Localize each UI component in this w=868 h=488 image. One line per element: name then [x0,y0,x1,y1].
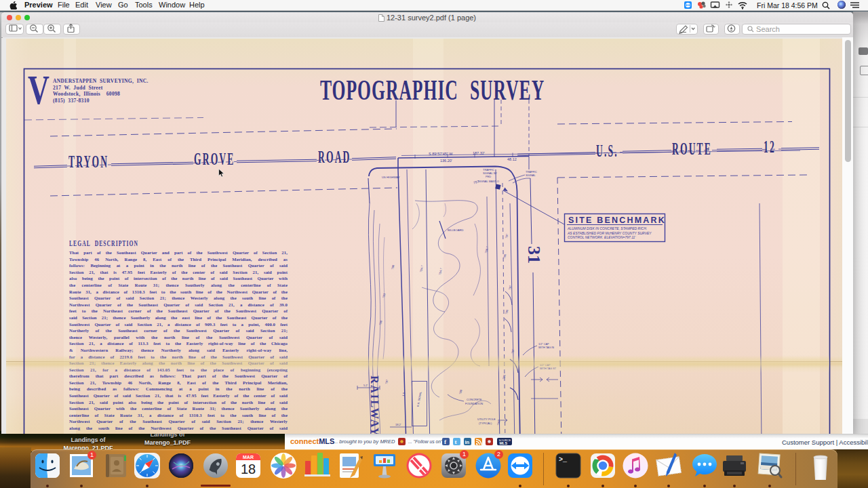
svg-text:ALUMINUM DISK IN CONCRETE, STA: ALUMINUM DISK IN CONCRETE, STAMPED RICH. [567,226,647,230]
svg-text:18: 18 [241,462,256,476]
svg-text:US HIGHWAY: US HIGHWAY [382,176,400,179]
svg-text:BILLBOARD: BILLBOARD [448,228,464,232]
svg-text:1/2" CAP: 1/2" CAP [538,343,549,346]
svg-text:FOUNDATION: FOUNDATION [465,402,483,405]
svg-text:48.12: 48.12 [507,157,517,161]
svg-text:754.7: 754.7 [438,267,443,275]
svg-text:(TYPICAL): (TYPICAL) [479,422,492,425]
svg-text:SIGNAL MAST-O: SIGNAL MAST-O [478,180,499,183]
svg-text:754.7: 754.7 [419,264,424,272]
svg-text:5.2': 5.2' [363,384,368,387]
svg-text:in: in [465,439,470,445]
svg-text:788: 788 [458,389,462,395]
svg-text:SIGNAL: SIGNAL [526,174,536,177]
svg-text:S 89°57'45" W: S 89°57'45" W [429,152,453,156]
svg-text:MAR: MAR [243,455,254,460]
svg-text:796: 796 [502,253,507,260]
svg-text:PED: PED [486,175,491,178]
svg-text:CONCRETE: CONCRETE [467,398,482,401]
svg-text:797: 797 [473,179,479,184]
svg-text:796: 796 [505,309,509,315]
svg-text:UTILITY POLE: UTILITY POLE [477,418,496,421]
svg-text:136.20': 136.20' [440,159,452,163]
svg-text:WITH TAG IN: WITH TAG IN [538,346,554,349]
svg-text:31: 31 [524,246,544,264]
svg-text:18.2': 18.2' [395,423,401,426]
svg-text:t: t [455,439,457,445]
svg-text:798: 798 [391,264,395,270]
svg-text:AS ESTABLISHED FOR McHENRY COU: AS ESTABLISHED FOR McHENRY COUNTY SURVEY [567,231,652,235]
svg-text:753: 753 [382,293,386,299]
svg-text:SITE BENCHMARK: SITE BENCHMARK [568,216,666,225]
svg-text:796: 796 [496,420,500,426]
svg-text:797: 797 [511,348,515,354]
svg-text:796: 796 [502,374,506,380]
svg-text:>_: >_ [559,456,568,464]
svg-text:CONTROL NETWORK. ELEVATION=797: CONTROL NETWORK. ELEVATION=797.11' [568,235,636,239]
svg-text:758: 758 [378,320,382,326]
svg-text:MLS: MLS [500,441,508,445]
svg-text:R.R. SIGNAL: R.R. SIGNAL [417,392,422,407]
svg-text:797: 797 [505,233,509,239]
svg-text:758.7: 758.7 [484,245,489,253]
svg-text:797: 797 [384,379,389,385]
